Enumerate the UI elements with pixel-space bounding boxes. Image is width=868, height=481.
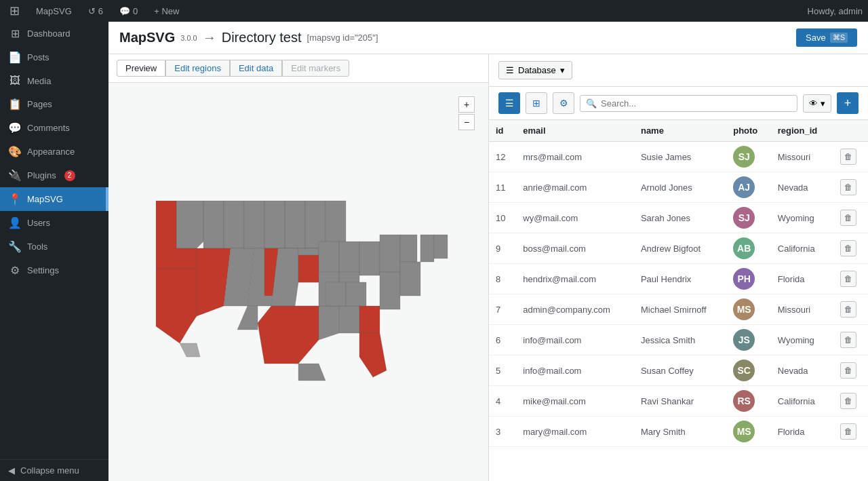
delete-button[interactable]: 🗑 (840, 149, 856, 165)
cell-email: mary@mail.com (516, 417, 634, 447)
page-title: Directory test (222, 30, 302, 45)
delete-button[interactable]: 🗑 (840, 271, 856, 287)
settings-button[interactable]: ⚙ (553, 92, 574, 114)
version-label: 3.0.0 (180, 34, 197, 42)
table-row[interactable]: 11 anrie@mail.com Arnold Jones AJ Nevada… (489, 172, 868, 203)
search-input[interactable] (601, 98, 791, 109)
map-panel: Preview Edit regions Edit data Edit mark… (108, 54, 488, 481)
state-wyoming[interactable] (244, 201, 264, 248)
visibility-button[interactable]: 👁 ▾ (803, 94, 831, 113)
sidebar-item-mapsvg[interactable]: 📍 MapSVG (0, 187, 108, 211)
database-dropdown-button[interactable]: ☰ Database ▾ (498, 61, 572, 79)
sidebar-item-media[interactable]: 🖼 Media (0, 69, 108, 92)
sidebar-item-comments[interactable]: 💬 Comments (0, 116, 108, 140)
delete-button[interactable]: 🗑 (840, 301, 856, 318)
avatar: SC (733, 360, 755, 381)
comments-item[interactable]: 💬 0 (115, 0, 142, 22)
table-row[interactable]: 7 admin@company.com Michael Smirnoff MS … (489, 294, 868, 325)
cell-photo: MS (726, 417, 771, 447)
state-new-york[interactable] (400, 235, 417, 262)
tab-edit-data[interactable]: Edit data (230, 60, 282, 77)
state-minnesota[interactable] (305, 201, 326, 248)
sidebar-item-settings[interactable]: ⚙ Settings (0, 258, 108, 282)
delete-button[interactable]: 🗑 (840, 423, 856, 440)
state-west-virginia[interactable] (346, 282, 366, 306)
state-missouri-h[interactable] (298, 255, 319, 282)
state-south-dakota[interactable] (285, 201, 305, 248)
site-name-item[interactable]: MapSVG (32, 0, 76, 22)
cell-id: 9 (489, 233, 516, 264)
cell-photo: AB (726, 233, 771, 264)
table-row[interactable]: 9 boss@mail.com Andrew Bigfoot AB Califo… (489, 233, 868, 264)
cell-id: 11 (489, 172, 516, 203)
state-virginia[interactable] (380, 272, 400, 309)
delete-button[interactable]: 🗑 (840, 240, 856, 256)
state-kentucky[interactable] (326, 282, 346, 306)
delete-button[interactable]: 🗑 (840, 210, 856, 226)
sidebar-item-users[interactable]: 👤 Users (0, 211, 108, 235)
state-pennsylvania[interactable] (380, 235, 400, 272)
new-item[interactable]: + New (150, 0, 183, 22)
col-actions (833, 120, 868, 142)
zoom-out-button[interactable]: − (458, 114, 475, 130)
sidebar-item-plugins[interactable]: 🔌 Plugins 2 (0, 163, 108, 187)
sidebar-item-tools[interactable]: 🔧 Tools (0, 235, 108, 258)
state-florida[interactable] (359, 333, 387, 377)
state-michigan-up[interactable] (326, 201, 346, 242)
state-california[interactable] (156, 269, 197, 343)
state-georgia[interactable] (359, 306, 380, 333)
state-new-mexico[interactable] (237, 306, 258, 330)
tab-preview[interactable]: Preview (117, 60, 165, 77)
state-ohio[interactable] (359, 242, 380, 275)
state-new-england[interactable] (420, 235, 434, 262)
cell-name: Ravi Shankar (634, 386, 726, 417)
sidebar-label-dashboard: Dashboard (27, 28, 71, 39)
state-north-dakota[interactable] (264, 201, 285, 248)
howdy-text: Howdy, admin (808, 6, 863, 16)
state-idaho[interactable] (203, 201, 224, 248)
state-louisiana[interactable] (298, 364, 326, 381)
state-alabama[interactable] (339, 306, 359, 333)
media-icon: 🖼 (8, 75, 22, 87)
database-dropdown-label: Database (518, 65, 556, 75)
table-row[interactable]: 5 info@mail.com Susan Coffey SC Nevada 🗑 (489, 355, 868, 386)
state-baja[interactable] (180, 343, 200, 357)
delete-button[interactable]: 🗑 (840, 393, 856, 409)
sidebar-item-posts[interactable]: 📄 Posts (0, 45, 108, 69)
table-row[interactable]: 8 hendrix@mail.com Paul Hendrix PH Flori… (489, 264, 868, 294)
delete-button[interactable]: 🗑 (840, 362, 856, 379)
wp-logo-item[interactable]: ⊞ (5, 0, 24, 22)
save-label: Save (806, 33, 826, 43)
list-view-button[interactable]: ☰ (498, 92, 520, 114)
sidebar-item-pages[interactable]: 📋 Pages (0, 92, 108, 116)
state-new-england-2[interactable] (434, 235, 448, 258)
table-row[interactable]: 3 mary@mail.com Mary Smith MS Florida 🗑 (489, 417, 868, 447)
zoom-in-button[interactable]: + (458, 96, 475, 113)
cell-region: California (771, 233, 833, 264)
collapse-menu[interactable]: ◀ Collapse menu (0, 459, 108, 481)
sidebar-item-appearance[interactable]: 🎨 Appearance (0, 140, 108, 163)
table-row[interactable]: 10 wy@mail.com Sarah Jones SJ Wyoming 🗑 (489, 203, 868, 233)
cell-delete: 🗑 (833, 325, 868, 355)
delete-button[interactable]: 🗑 (840, 332, 856, 348)
state-indiana[interactable] (339, 242, 359, 275)
state-washington[interactable] (176, 201, 203, 248)
cell-region: California (771, 386, 833, 417)
table-row[interactable]: 12 mrs@mail.com Susie James SJ Missouri … (489, 142, 868, 172)
state-montana[interactable] (224, 201, 244, 248)
cell-email: info@mail.com (516, 325, 634, 355)
us-map-svg[interactable] (136, 180, 461, 384)
table-row[interactable]: 6 info@mail.com Jessica Smith JS Wyoming… (489, 325, 868, 355)
revisions-item[interactable]: ↺ 6 (84, 0, 107, 22)
save-button[interactable]: Save ⌘S (796, 28, 857, 47)
state-texas[interactable] (258, 306, 319, 364)
sidebar-item-dashboard[interactable]: ⊞ Dashboard (0, 22, 108, 45)
grid-view-button[interactable]: ⊞ (526, 92, 547, 114)
delete-button[interactable]: 🗑 (840, 179, 856, 195)
table-row[interactable]: 4 mike@mail.com Ravi Shankar RS Californ… (489, 386, 868, 417)
tab-edit-regions[interactable]: Edit regions (165, 60, 230, 77)
add-record-button[interactable]: + (837, 92, 859, 114)
db-header: ☰ Database ▾ (489, 54, 868, 87)
state-maryland[interactable] (400, 262, 420, 296)
cell-id: 7 (489, 294, 516, 325)
